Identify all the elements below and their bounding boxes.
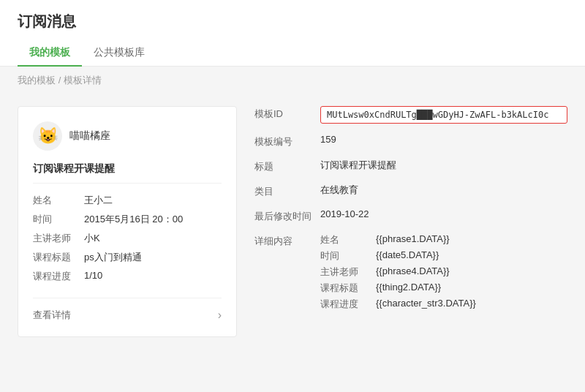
content-area: 😺 喵喵橘座 订阅课程开课提醒 姓名王小二时间2015年5月16日 20：00主… — [0, 94, 585, 349]
info-value: 在线教育 — [320, 184, 567, 197]
info-value: 2019-10-22 — [320, 208, 567, 219]
field-row: 主讲老师小K — [33, 232, 222, 245]
breadcrumb-current: 模板详情 — [64, 75, 102, 86]
breadcrumb: 我的模板 / 模板详情 — [0, 67, 585, 94]
template-header: 😺 喵喵橘座 — [33, 121, 222, 151]
field-value: 小K — [84, 232, 100, 245]
field-row: 时间2015年5月16日 20：00 — [33, 213, 222, 226]
info-label: 类目 — [254, 184, 320, 198]
template-title: 订阅课程开课提醒 — [33, 162, 222, 184]
detail-row: 时间{{date5.DATA}} — [320, 249, 567, 263]
page-container: 订阅消息 我的模板 公共模板库 我的模板 / 模板详情 😺 喵喵橘座 订阅课程开… — [0, 0, 585, 392]
info-row: 标题订阅课程开课提醒 — [254, 159, 567, 173]
fields-list: 姓名王小二时间2015年5月16日 20：00主讲老师小K课程标题ps入门到精通… — [33, 194, 222, 283]
view-details-label: 查看详情 — [33, 309, 71, 322]
detail-key: 时间 — [320, 249, 364, 263]
detail-key: 主讲老师 — [320, 265, 364, 279]
left-panel: 😺 喵喵橘座 订阅课程开课提醒 姓名王小二时间2015年5月16日 20：00主… — [18, 106, 237, 337]
field-label: 姓名 — [33, 194, 84, 207]
page-header: 订阅消息 我的模板 公共模板库 — [0, 0, 585, 67]
detail-row: 姓名{{phrase1.DATA}} — [320, 233, 567, 246]
field-label: 主讲老师 — [33, 232, 84, 245]
tab-my-template[interactable]: 我的模板 — [18, 40, 82, 67]
field-value: 王小二 — [84, 194, 113, 207]
tabs: 我的模板 公共模板库 — [18, 40, 567, 66]
avatar: 😺 — [33, 121, 62, 151]
detail-val: {{thing2.DATA}} — [376, 282, 441, 295]
field-row: 课程进度1/10 — [33, 270, 222, 283]
detail-row: 课程进度{{character_str3.DATA}} — [320, 298, 567, 311]
detail-val: {{character_str3.DATA}} — [376, 298, 476, 311]
info-row: 模板IDMUtLwsw0xCndRULTg███wGDyHJ-ZwAFL-b3k… — [254, 106, 567, 124]
detail-key: 姓名 — [320, 233, 364, 246]
info-label: 标题 — [254, 159, 320, 173]
view-details-button[interactable]: 查看详情 › — [33, 298, 222, 322]
detail-val: {{phrase4.DATA}} — [376, 265, 450, 279]
field-label: 课程标题 — [33, 251, 84, 264]
detail-key: 课程进度 — [320, 298, 364, 311]
account-name: 喵喵橘座 — [69, 129, 110, 143]
detail-content-section: 姓名{{phrase1.DATA}}时间{{date5.DATA}}主讲老师{{… — [320, 233, 567, 311]
detail-row: 课程标题{{thing2.DATA}} — [320, 282, 567, 295]
detail-row: 主讲老师{{phrase4.DATA}} — [320, 265, 567, 279]
info-label: 最后修改时间 — [254, 208, 320, 223]
info-row: 详细内容姓名{{phrase1.DATA}}时间{{date5.DATA}}主讲… — [254, 233, 567, 311]
detail-val: {{date5.DATA}} — [376, 249, 439, 263]
info-value: 姓名{{phrase1.DATA}}时间{{date5.DATA}}主讲老师{{… — [320, 233, 567, 311]
info-value: 订阅课程开课提醒 — [320, 159, 567, 172]
detail-val: {{phrase1.DATA}} — [376, 233, 450, 246]
info-row: 类目在线教育 — [254, 184, 567, 198]
field-value: 1/10 — [84, 270, 102, 283]
info-label: 详细内容 — [254, 233, 320, 248]
detail-key: 课程标题 — [320, 282, 364, 295]
field-row: 姓名王小二 — [33, 194, 222, 207]
avatar-emoji: 😺 — [38, 127, 58, 146]
field-label: 时间 — [33, 213, 84, 226]
tab-public-template[interactable]: 公共模板库 — [82, 40, 156, 67]
page-title: 订阅消息 — [18, 12, 567, 31]
info-label: 模板编号 — [254, 134, 320, 148]
field-value: ps入门到精通 — [84, 251, 142, 264]
field-row: 课程标题ps入门到精通 — [33, 251, 222, 264]
right-panel: 模板IDMUtLwsw0xCndRULTg███wGDyHJ-ZwAFL-b3k… — [254, 106, 567, 337]
breadcrumb-separator: / — [58, 75, 64, 86]
field-label: 课程进度 — [33, 270, 84, 283]
chevron-right-icon: › — [218, 309, 222, 322]
breadcrumb-parent[interactable]: 我的模板 — [18, 75, 56, 86]
template-id-box[interactable]: MUtLwsw0xCndRULTg███wGDyHJ-ZwAFL-b3kALcI… — [320, 106, 567, 124]
info-row: 模板编号159 — [254, 134, 567, 148]
info-label: 模板ID — [254, 106, 320, 121]
info-value: 159 — [320, 134, 567, 145]
info-row: 最后修改时间2019-10-22 — [254, 208, 567, 223]
field-value: 2015年5月16日 20：00 — [84, 213, 183, 226]
info-value: MUtLwsw0xCndRULTg███wGDyHJ-ZwAFL-b3kALcI… — [320, 106, 567, 124]
